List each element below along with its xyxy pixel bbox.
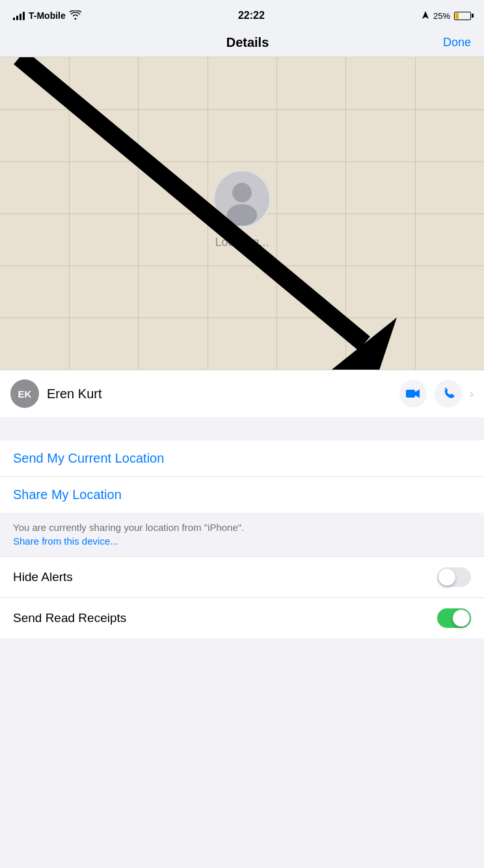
- location-info-section: You are currently sharing your location …: [0, 513, 484, 557]
- nav-bar: Details Done: [0, 29, 484, 57]
- carrier-label: T-Mobile: [29, 10, 66, 21]
- avatar: EK: [10, 379, 39, 408]
- page-title: Details: [226, 35, 269, 50]
- send-read-receipts-knob: [453, 610, 470, 627]
- done-button[interactable]: Done: [443, 36, 471, 49]
- location-arrow-icon: [422, 10, 429, 21]
- status-left: T-Mobile: [13, 10, 81, 21]
- avatar: [213, 169, 271, 228]
- location-list-section: Send My Current Location Share My Locati…: [0, 441, 484, 557]
- map-area: Locating...: [0, 57, 484, 370]
- contact-name: Eren Kurt: [47, 387, 101, 401]
- locating-text: Locating...: [215, 236, 269, 249]
- share-from-device-link[interactable]: Share from this device...: [13, 536, 118, 547]
- contact-actions: ›: [399, 380, 474, 407]
- share-my-location-label: Share My Location: [13, 487, 122, 502]
- send-read-receipts-label: Send Read Receipts: [13, 611, 126, 625]
- map-center: Locating...: [213, 169, 271, 249]
- svg-point-1: [232, 183, 252, 202]
- video-call-button[interactable]: [399, 380, 427, 407]
- phone-call-button[interactable]: [435, 380, 462, 407]
- send-current-location-label: Send My Current Location: [13, 451, 164, 465]
- status-bar: T-Mobile 22:22 25%: [0, 0, 484, 29]
- section-divider: [0, 417, 484, 441]
- status-right: 25%: [422, 10, 471, 21]
- send-read-receipts-row: Send Read Receipts: [0, 598, 484, 638]
- svg-point-2: [227, 204, 258, 226]
- wifi-icon: [70, 10, 81, 21]
- signal-bars-icon: [13, 11, 25, 20]
- svg-rect-5: [406, 390, 415, 398]
- battery-percent: 25%: [433, 11, 450, 21]
- location-info-text: You are currently sharing your location …: [13, 521, 471, 536]
- contact-section: EK Eren Kurt ›: [0, 370, 484, 417]
- hide-alerts-toggle[interactable]: [437, 567, 471, 587]
- send-read-receipts-toggle[interactable]: [437, 608, 471, 628]
- send-current-location-item[interactable]: Send My Current Location: [0, 441, 484, 477]
- chevron-right-icon: ›: [470, 387, 474, 401]
- battery-icon: [454, 12, 471, 20]
- hide-alerts-label: Hide Alerts: [13, 570, 73, 584]
- toggle-section: Hide Alerts Send Read Receipts: [0, 557, 484, 638]
- status-time: 22:22: [238, 10, 265, 21]
- hide-alerts-knob: [438, 569, 455, 586]
- hide-alerts-row: Hide Alerts: [0, 557, 484, 598]
- share-my-location-item[interactable]: Share My Location: [0, 477, 484, 513]
- contact-left: EK Eren Kurt: [10, 379, 101, 408]
